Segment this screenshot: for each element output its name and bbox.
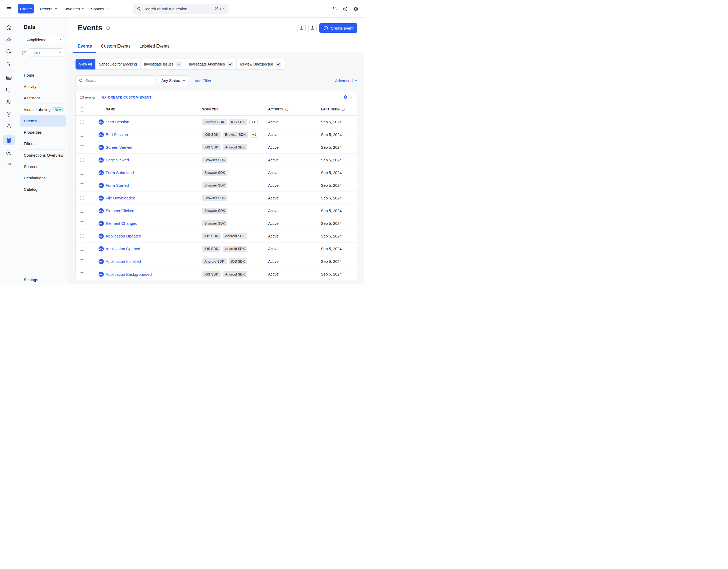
column-header-last-seen[interactable]: LAST SEEN bbox=[321, 108, 357, 111]
event-name-link[interactable]: Form Submitted bbox=[106, 170, 134, 175]
event-name-link[interactable]: Element Clicked bbox=[106, 208, 134, 213]
sidebar-item-activity[interactable]: Activity bbox=[20, 81, 66, 92]
row-checkbox[interactable] bbox=[80, 209, 84, 213]
row-checkbox[interactable] bbox=[80, 183, 84, 187]
source-chip: Browser SDK bbox=[202, 157, 227, 163]
row-checkbox[interactable] bbox=[80, 272, 84, 276]
hamburger-menu-icon[interactable] bbox=[6, 6, 12, 11]
global-search-input[interactable]: Search or ask a question ⌘ + K bbox=[133, 4, 228, 14]
row-checkbox[interactable] bbox=[80, 247, 84, 251]
tab-labeled-events[interactable]: Labeled Events bbox=[135, 44, 174, 53]
menu-spaces[interactable]: Spaces bbox=[91, 7, 109, 11]
sidebar-item-home[interactable]: Home bbox=[20, 69, 66, 81]
sidebar-item-connections-overview[interactable]: Connections Overview bbox=[20, 150, 66, 161]
segment-view-all[interactable]: View All bbox=[76, 59, 95, 69]
tab-custom-events[interactable]: Custom Events bbox=[96, 44, 135, 53]
row-checkbox[interactable] bbox=[80, 158, 84, 162]
sidebar-item-visual-labeling[interactable]: Visual Labeling New bbox=[20, 104, 66, 115]
sidebar-item-label: Connections Overview bbox=[24, 153, 63, 157]
column-header-activity[interactable]: ACTIVITY bbox=[268, 108, 321, 111]
row-checkbox[interactable] bbox=[80, 234, 84, 238]
status-filter-select[interactable]: Any Status bbox=[158, 75, 189, 86]
rail-home-icon[interactable] bbox=[3, 21, 15, 33]
event-name-link[interactable]: Screen Viewed bbox=[106, 145, 132, 150]
menu-favorites[interactable]: Favorites bbox=[64, 7, 85, 11]
project-select-value: Amplidemo bbox=[27, 38, 58, 42]
rail-ai-sparkles-icon[interactable] bbox=[3, 58, 15, 70]
sidebar-item-settings[interactable]: Settings bbox=[18, 274, 68, 285]
rail-objects-icon[interactable] bbox=[3, 33, 15, 45]
rail-journeys-icon[interactable] bbox=[3, 158, 15, 171]
event-name-link[interactable]: Application Installed bbox=[106, 259, 141, 264]
settings-gear-icon[interactable] bbox=[353, 6, 358, 12]
create-custom-event-button[interactable]: CREATE CUSTOM EVENT bbox=[102, 95, 152, 99]
sidebar-item-events[interactable]: Events bbox=[20, 115, 66, 127]
advanced-dropdown[interactable]: Advanced bbox=[335, 78, 357, 83]
segment-investigate-anomalies[interactable]: Investigate Anomalies bbox=[185, 59, 236, 69]
menu-recent[interactable]: Recent bbox=[40, 7, 58, 11]
table-row: Form Started Browser SDK Active Sep 5, 2… bbox=[76, 179, 357, 192]
column-header-name[interactable]: NAME bbox=[92, 108, 202, 111]
row-checkbox[interactable] bbox=[80, 171, 84, 175]
rail-dashboards-icon[interactable] bbox=[3, 72, 15, 84]
event-name-link[interactable]: End Session bbox=[106, 132, 128, 137]
download-button[interactable] bbox=[297, 24, 306, 32]
row-checkbox[interactable] bbox=[80, 133, 84, 137]
sidebar-item-destinations[interactable]: Destinations bbox=[20, 172, 66, 184]
row-checkbox[interactable] bbox=[80, 196, 84, 200]
row-checkbox[interactable] bbox=[80, 221, 84, 225]
event-name-link[interactable]: Form Started bbox=[106, 183, 129, 188]
notifications-bell-icon[interactable] bbox=[332, 6, 337, 12]
check-icon bbox=[178, 63, 181, 66]
sidebar-item-assistant[interactable]: Assistant bbox=[20, 92, 66, 104]
more-sources-chip[interactable]: +1 bbox=[250, 132, 258, 138]
segment-review-unexpected[interactable]: Review Unexpected bbox=[236, 59, 285, 69]
event-name-link[interactable]: Application Updated bbox=[106, 234, 141, 238]
row-checkbox[interactable] bbox=[80, 259, 84, 263]
segment-investigate-issues[interactable]: Investigate Issues bbox=[140, 59, 185, 69]
event-name-link[interactable]: Element Changed bbox=[106, 221, 137, 226]
rail-data-icon[interactable] bbox=[3, 135, 15, 145]
amplitude-event-icon bbox=[99, 119, 104, 125]
add-filter-link[interactable]: Add Filter bbox=[194, 78, 211, 83]
table-header-row: NAME SOURCES ACTIVITY LAST SEEN bbox=[76, 103, 357, 116]
rail-session-replay-icon[interactable] bbox=[3, 45, 15, 58]
event-name-link[interactable]: Page Viewed bbox=[106, 158, 129, 162]
event-name-link[interactable]: Start Session bbox=[106, 120, 129, 124]
events-search-input[interactable] bbox=[85, 78, 152, 83]
row-activity: Active bbox=[268, 171, 279, 175]
new-badge: New bbox=[53, 107, 63, 112]
sidebar-item-filters[interactable]: Filters bbox=[20, 138, 66, 149]
sidebar-item-properties[interactable]: Properties bbox=[20, 127, 66, 138]
select-all-checkbox[interactable] bbox=[80, 108, 84, 111]
rail-experiments-icon[interactable] bbox=[3, 120, 15, 132]
more-sources-chip[interactable]: +1 bbox=[249, 119, 258, 125]
help-icon[interactable] bbox=[343, 6, 348, 12]
info-icon[interactable] bbox=[106, 26, 110, 30]
sidebar-item-label: Filters bbox=[24, 141, 35, 146]
topbar-right-icons bbox=[332, 0, 358, 18]
project-select[interactable]: Amplidemo bbox=[24, 36, 64, 44]
row-last-seen: Sep 5, 2024 bbox=[321, 145, 342, 150]
rail-screens-icon[interactable] bbox=[3, 84, 15, 96]
rail-replays-icon[interactable] bbox=[3, 108, 15, 120]
event-name-link[interactable]: File Downloaded bbox=[106, 196, 135, 200]
row-checkbox[interactable] bbox=[80, 145, 84, 149]
sidebar-item-sources[interactable]: Sources bbox=[20, 161, 66, 172]
create-event-button[interactable]: Create event bbox=[319, 23, 357, 33]
event-name-link[interactable]: Application Backgrounded bbox=[106, 272, 152, 277]
create-button[interactable]: Create bbox=[18, 4, 34, 13]
branch-select[interactable]: main bbox=[28, 48, 64, 57]
row-sources: Browser SDK bbox=[202, 195, 268, 201]
sidebar-item-catalog[interactable]: Catalog bbox=[20, 184, 66, 195]
rail-visual-labeling-icon[interactable] bbox=[3, 146, 15, 158]
event-name-link[interactable]: Application Opened bbox=[106, 246, 140, 251]
table-settings-dropdown[interactable] bbox=[343, 95, 353, 100]
column-header-sources[interactable]: SOURCES bbox=[202, 108, 268, 111]
upload-button[interactable] bbox=[308, 24, 317, 32]
rail-users-icon[interactable] bbox=[3, 96, 15, 108]
row-checkbox[interactable] bbox=[80, 120, 84, 124]
tab-events[interactable]: Events bbox=[73, 44, 96, 53]
segment-scheduled-for-blocking[interactable]: Scheduled for Blocking bbox=[95, 59, 140, 69]
source-chip: iOS SDK bbox=[229, 119, 247, 125]
